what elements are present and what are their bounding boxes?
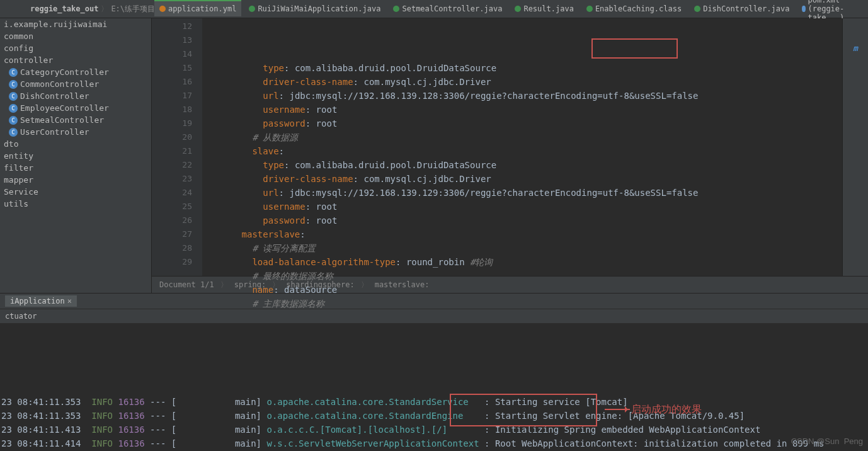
code-line[interactable]: driver-class-name: com.mysql.cj.jdbc.Dri… [202,172,842,186]
run-subtab[interactable]: ctuator [0,309,868,323]
code-line[interactable]: type: com.alibaba.druid.pool.DruidDataSo… [202,61,842,75]
tree-class[interactable]: CSetmealController [0,114,151,126]
code-line[interactable]: slave: [202,144,842,158]
log-line: 23 08:41:11.413 INFO 16136 --- [ main] o… [1,423,867,437]
ide-root: reggie_take_out 〉 E:\练手项目\reggie-take ap… [0,0,868,451]
editor-area: 121314151617181920212223242526272829 typ… [152,18,868,293]
main-split: i.example.ruijiwaimaicommonconfigcontrol… [0,18,868,293]
editor-tab[interactable]: DishController.java [689,0,794,16]
code-content[interactable]: type: com.alibaba.druid.pool.DruidDataSo… [202,18,842,276]
tree-folder[interactable]: utils [0,198,151,210]
tree-folder[interactable]: common [0,30,151,42]
tree-folder[interactable]: config [0,42,151,54]
log-line: 23 08:41:11.353 INFO 16136 --- [ main] o… [1,409,867,423]
code-line[interactable]: name: dataSource [202,283,842,297]
code-line[interactable]: # 主库数据源名称 [202,297,842,311]
editor-tab[interactable]: RuiJiWaiMaiApplication.java [244,0,385,16]
code-line[interactable]: # 读写分离配置 [202,241,842,255]
code-line[interactable]: password: root [202,214,842,227]
code-line[interactable]: url: jdbc:mysql://192.168.139.129:3306/r… [202,186,842,200]
class-icon: C [9,128,18,137]
project-name: reggie_take_out [30,4,98,13]
code-line[interactable]: username: root [202,103,842,117]
tree-class[interactable]: CUserController [0,126,151,138]
class-icon: C [9,116,18,125]
class-icon: C [9,92,18,101]
code-line[interactable]: # 从数据源 [202,130,842,144]
editor-tab[interactable]: EnableCaching.class [581,0,687,16]
right-tool-strip[interactable]: m [842,18,868,276]
code-line[interactable]: # 最终的数据源名称 [202,269,842,283]
class-icon: C [9,80,18,89]
highlight-annotation-1 [591,38,678,59]
editor-tab[interactable]: Result.java [510,0,578,16]
editor-tab[interactable]: application.yml [154,0,241,16]
tree-class[interactable]: CCategoryController [0,66,151,78]
code-line[interactable]: load-balance-algorithm-type: round_robin… [202,255,842,269]
tree-folder[interactable]: Service [0,186,151,198]
class-icon: C [9,68,18,77]
code-line[interactable]: username: root [202,200,842,214]
class-icon: C [9,104,18,113]
watermark-text: CSDN @Sun Peng [791,435,863,448]
code-line[interactable]: masterslave: [202,227,842,241]
code-line[interactable]: type: com.alibaba.druid.pool.DruidDataSo… [202,158,842,172]
project-sidebar[interactable]: i.example.ruijiwaimaicommonconfigcontrol… [0,18,152,293]
tree-folder[interactable]: controller [0,54,151,66]
console-output[interactable]: 启动成功的效果 CSDN @Sun Peng 23 08:41:11.353 I… [0,323,868,451]
code-line[interactable]: password: root [202,117,842,130]
tree-class[interactable]: CEmployeeController [0,102,151,114]
editor-tab[interactable]: pom.xml (reggie-take...) [797,0,868,16]
close-icon[interactable]: × [67,297,72,305]
tree-folder[interactable]: entity [0,150,151,162]
run-panel: iApplication × ctuator 启动成功的效果 CSDN @Sun… [0,293,868,451]
code-line[interactable]: url: jdbc:mysql://192.168.139.128:3306/r… [202,89,842,103]
red-annotation: 启动成功的效果 [605,402,702,416]
code-line[interactable]: driver-class-name: com.mysql.cj.jdbc.Dri… [202,75,842,89]
log-line: 23 08:41:11.414 INFO 16136 --- [ main] w… [1,437,867,450]
tree-folder[interactable]: dto [0,138,151,150]
code-editor[interactable]: 121314151617181920212223242526272829 typ… [152,18,868,276]
tree-class[interactable]: CCommonController [0,78,151,90]
tree-class[interactable]: CDishController [0,90,151,102]
line-gutter: 121314151617181920212223242526272829 [152,18,202,276]
log-line: 23 08:41:11.353 INFO 16136 --- [ main] o… [1,395,867,409]
tree-folder[interactable]: i.example.ruijiwaimai [0,18,151,30]
tree-folder[interactable]: mapper [0,174,151,186]
run-tab[interactable]: iApplication × [5,295,77,307]
breadcrumb-bar: reggie_take_out 〉 E:\练手项目\reggie-take ap… [0,0,868,18]
meta-icon[interactable]: m [853,43,858,53]
tree-folder[interactable]: filter [0,162,151,174]
editor-tab[interactable]: SetmealController.java [388,0,507,16]
